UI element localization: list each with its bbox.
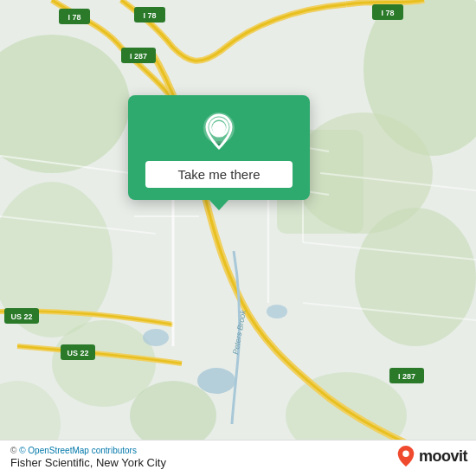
svg-text:I 287: I 287 <box>130 52 147 61</box>
location-popup: Take me there <box>128 95 310 200</box>
svg-text:US 22: US 22 <box>10 312 32 321</box>
location-pin-icon <box>198 111 240 152</box>
map-container: I 78 I 78 I 78 I 287 I 287 US 22 US 22 P… <box>0 0 476 476</box>
svg-point-13 <box>267 305 287 318</box>
svg-point-12 <box>143 329 169 346</box>
map-background: I 78 I 78 I 78 I 287 I 287 US 22 US 22 P… <box>0 0 476 476</box>
osm-link[interactable]: © OpenStreetMap contributors <box>19 446 137 455</box>
svg-text:I 287: I 287 <box>398 372 415 381</box>
svg-point-44 <box>214 122 224 132</box>
moovit-pin-icon <box>396 445 415 467</box>
svg-point-46 <box>402 451 408 457</box>
svg-text:US 22: US 22 <box>67 349 88 357</box>
moovit-logo: moovit <box>396 445 467 467</box>
svg-text:I 78: I 78 <box>381 9 394 17</box>
take-me-there-button[interactable]: Take me there <box>145 161 293 188</box>
svg-text:I 78: I 78 <box>143 11 156 20</box>
svg-point-11 <box>197 368 235 394</box>
svg-point-5 <box>355 208 476 346</box>
svg-text:I 78: I 78 <box>68 13 80 22</box>
moovit-brand-text: moovit <box>419 447 467 466</box>
